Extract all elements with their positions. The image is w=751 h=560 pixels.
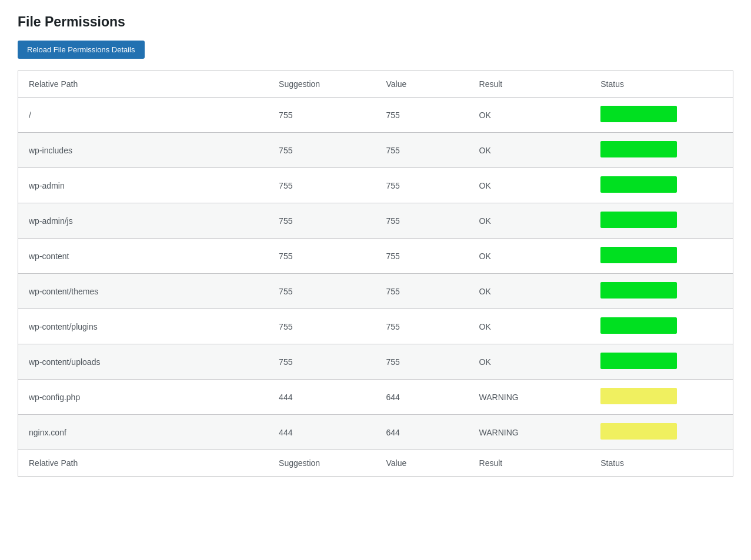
cell-value: 755 [375, 133, 468, 168]
status-badge [600, 388, 677, 404]
table-row: wp-includes755755OK [18, 133, 733, 168]
status-badge [600, 106, 677, 122]
footer-status: Status [590, 450, 733, 477]
cell-value: 755 [375, 98, 468, 133]
cell-result: OK [469, 309, 590, 344]
table-row: wp-content/plugins755755OK [18, 309, 733, 344]
table-row: wp-config.php444644WARNING [18, 380, 733, 415]
cell-result: OK [469, 274, 590, 309]
footer-value: Value [375, 450, 468, 477]
cell-result: OK [469, 344, 590, 380]
cell-path: wp-content/themes [18, 274, 269, 309]
cell-value: 755 [375, 309, 468, 344]
status-badge [600, 247, 677, 263]
col-header-suggestion: Suggestion [268, 71, 375, 98]
cell-path: wp-content/uploads [18, 344, 269, 380]
footer-result: Result [469, 450, 590, 477]
col-header-result: Result [469, 71, 590, 98]
cell-path: / [18, 98, 269, 133]
cell-path: wp-admin [18, 168, 269, 203]
cell-result: OK [469, 239, 590, 274]
col-header-path: Relative Path [18, 71, 269, 98]
cell-result: OK [469, 98, 590, 133]
permissions-table: Relative Path Suggestion Value Result St… [18, 71, 733, 477]
cell-suggestion: 755 [268, 98, 375, 133]
table-row: wp-content755755OK [18, 239, 733, 274]
cell-path: wp-config.php [18, 380, 269, 415]
cell-suggestion: 755 [268, 168, 375, 203]
cell-result: WARNING [469, 415, 590, 450]
col-header-value: Value [375, 71, 468, 98]
cell-result: WARNING [469, 380, 590, 415]
cell-path: wp-admin/js [18, 203, 269, 239]
cell-suggestion: 755 [268, 274, 375, 309]
status-badge [600, 317, 677, 334]
table-row: wp-content/uploads755755OK [18, 344, 733, 380]
cell-value: 644 [375, 415, 468, 450]
status-badge [600, 141, 677, 157]
cell-suggestion: 755 [268, 344, 375, 380]
table-header-row: Relative Path Suggestion Value Result St… [18, 71, 733, 98]
cell-value: 755 [375, 274, 468, 309]
cell-value: 755 [375, 344, 468, 380]
table-footer-row: Relative Path Suggestion Value Result St… [18, 450, 733, 477]
cell-path: wp-includes [18, 133, 269, 168]
table-row: wp-admin755755OK [18, 168, 733, 203]
status-badge [600, 353, 677, 369]
col-header-status: Status [590, 71, 733, 98]
cell-status [590, 309, 733, 344]
cell-suggestion: 755 [268, 239, 375, 274]
cell-suggestion: 755 [268, 203, 375, 239]
cell-status [590, 168, 733, 203]
cell-status [590, 380, 733, 415]
cell-status [590, 133, 733, 168]
cell-status [590, 274, 733, 309]
page-title: File Permissions [18, 14, 733, 30]
cell-suggestion: 755 [268, 309, 375, 344]
cell-path: wp-content [18, 239, 269, 274]
cell-value: 755 [375, 168, 468, 203]
cell-result: OK [469, 168, 590, 203]
cell-suggestion: 444 [268, 380, 375, 415]
table-row: wp-admin/js755755OK [18, 203, 733, 239]
status-badge [600, 282, 677, 299]
table-row: nginx.conf444644WARNING [18, 415, 733, 450]
cell-status [590, 415, 733, 450]
cell-value: 755 [375, 203, 468, 239]
cell-suggestion: 755 [268, 133, 375, 168]
table-row: /755755OK [18, 98, 733, 133]
cell-suggestion: 444 [268, 415, 375, 450]
status-badge [600, 423, 677, 440]
table-row: wp-content/themes755755OK [18, 274, 733, 309]
footer-suggestion: Suggestion [268, 450, 375, 477]
cell-result: OK [469, 133, 590, 168]
status-badge [600, 212, 677, 228]
status-badge [600, 176, 677, 193]
cell-status [590, 239, 733, 274]
cell-path: wp-content/plugins [18, 309, 269, 344]
footer-path: Relative Path [18, 450, 269, 477]
reload-button[interactable]: Reload File Permissions Details [18, 41, 145, 59]
cell-status [590, 203, 733, 239]
cell-value: 644 [375, 380, 468, 415]
cell-status [590, 98, 733, 133]
cell-status [590, 344, 733, 380]
cell-value: 755 [375, 239, 468, 274]
cell-result: OK [469, 203, 590, 239]
cell-path: nginx.conf [18, 415, 269, 450]
